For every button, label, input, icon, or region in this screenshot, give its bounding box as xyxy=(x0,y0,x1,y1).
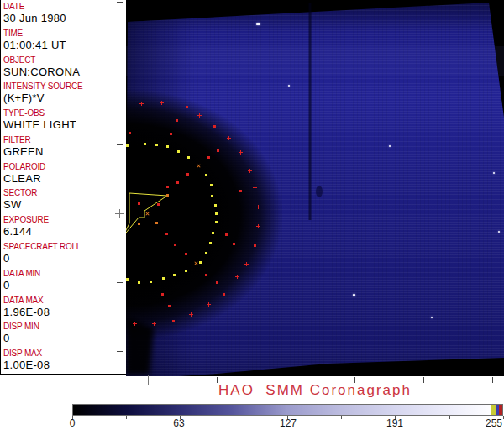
red-fiducial-cross xyxy=(133,322,137,326)
colorbar-tick xyxy=(341,416,342,419)
yellow-fiducial-dot xyxy=(162,277,165,280)
yellow-fiducial-dot xyxy=(199,261,202,264)
left-axis-tick xyxy=(117,282,123,283)
yellow-fiducial-dot xyxy=(155,144,158,146)
red-fiducial-cross xyxy=(235,275,239,279)
field-value: 1.00E-08 xyxy=(3,359,126,372)
colorbar-tick xyxy=(126,416,127,419)
yellow-fiducial-dot xyxy=(210,184,213,186)
red-fiducial-dot xyxy=(166,186,169,188)
field-value: 30 Jun 1980 xyxy=(3,12,126,25)
red-fiducial-dot xyxy=(186,106,188,108)
field-value: (K+F)*V xyxy=(3,92,126,105)
field-value: 0 xyxy=(3,279,126,292)
star-point xyxy=(288,85,290,87)
star-point xyxy=(498,231,500,233)
orange-fiducial-x xyxy=(196,163,202,169)
yellow-fiducial-dot xyxy=(215,212,218,215)
field-label: DISP MAX xyxy=(3,349,126,359)
metadata-field-date: DATE 30 Jun 1980 xyxy=(1,0,126,27)
metadata-field-type-obs: TYPE-OBS WHITE LIGHT xyxy=(1,107,126,134)
red-fiducial-cross xyxy=(207,302,211,307)
field-value: WHITE LIGHT xyxy=(3,118,126,132)
star-point xyxy=(389,145,391,147)
red-fiducial-dot xyxy=(239,190,242,192)
red-fiducial-cross xyxy=(239,150,243,155)
metadata-field-sector: SECTOR SW xyxy=(1,186,126,213)
metadata-field-disp-min: DISP MIN 0 xyxy=(1,320,126,347)
metadata-field-time: TIME 01:00:41 UT xyxy=(1,27,126,54)
field-label: DISP MIN xyxy=(3,322,126,332)
field-label: SPACECRAFT ROLL xyxy=(3,242,126,252)
metadata-sidebar: DATE 30 Jun 1980 TIME 01:00:41 UT OBJECT… xyxy=(0,0,126,375)
metadata-field-polaroid: POLAROID CLEAR xyxy=(1,160,126,187)
yellow-fiducial-dot xyxy=(209,242,212,244)
field-value: 6.144 xyxy=(3,225,126,239)
red-fiducial-dot xyxy=(185,253,187,255)
red-fiducial-dot xyxy=(233,243,235,245)
red-fiducial-dot xyxy=(205,274,207,276)
star-point xyxy=(431,317,433,318)
yellow-fiducial-dot xyxy=(144,143,146,145)
field-value: GREEN xyxy=(3,145,126,159)
orange-fiducial-dot xyxy=(166,194,169,197)
orange-fiducial-dot xyxy=(138,223,140,225)
page-title: HAO SMM Coronagraph xyxy=(126,382,504,399)
red-fiducial-cross xyxy=(160,101,164,105)
yellow-fiducial-dot xyxy=(126,278,129,281)
red-fiducial-dot xyxy=(223,293,225,296)
star-point xyxy=(256,23,260,25)
star-point xyxy=(353,294,355,296)
fiducial-marker-layer xyxy=(126,0,504,376)
red-fiducial-dot xyxy=(186,173,189,176)
red-fiducial-cross xyxy=(256,205,260,209)
field-value: CLEAR xyxy=(3,172,126,186)
field-label: SECTOR xyxy=(3,188,126,198)
yellow-fiducial-dot xyxy=(205,252,207,254)
yellow-fiducial-dot xyxy=(138,281,140,284)
orange-fiducial-x xyxy=(193,260,199,266)
red-fiducial-dot xyxy=(172,320,175,322)
left-axis-tick xyxy=(117,351,123,352)
yellow-fiducial-dot xyxy=(185,270,187,272)
yellow-fiducial-dot xyxy=(150,281,152,283)
field-label: EXPOSURE xyxy=(3,215,126,225)
red-fiducial-dot xyxy=(165,233,168,235)
field-value: 01:00:41 UT xyxy=(3,39,126,52)
metadata-field-spacecraft-roll: SPACECRAFT ROLL 0 xyxy=(1,240,126,267)
yellow-fiducial-dot xyxy=(166,145,169,148)
yellow-fiducial-dot xyxy=(187,156,190,159)
field-value: 0 xyxy=(3,332,126,345)
left-axis-tick xyxy=(117,2,123,3)
yellow-fiducial-dot xyxy=(211,195,213,197)
orange-fiducial-x xyxy=(144,211,150,217)
yellow-fiducial-dot xyxy=(126,144,129,147)
orange-fiducial-dot xyxy=(155,222,158,224)
metadata-field-data-max: DATA MAX 1.96E-08 xyxy=(1,294,126,321)
field-label: OBJECT xyxy=(3,55,126,66)
red-fiducial-cross xyxy=(227,136,231,140)
red-fiducial-dot xyxy=(168,305,171,307)
colorbar-label-127: 127 xyxy=(280,417,297,429)
colorbar-label-191: 191 xyxy=(386,417,403,429)
colorbar-tick xyxy=(234,416,234,419)
red-fiducial-cross xyxy=(197,113,202,118)
metadata-field-exposure: EXPOSURE 6.144 xyxy=(1,213,126,240)
intensity-colorbar xyxy=(72,404,503,416)
red-fiducial-dot xyxy=(129,132,131,134)
star-point xyxy=(493,172,495,174)
red-fiducial-cross xyxy=(139,102,144,106)
red-fiducial-cross xyxy=(256,224,260,228)
coronagraph-viewer: DATE 30 Jun 1980 TIME 01:00:41 UT OBJECT… xyxy=(0,0,504,430)
red-fiducial-dot xyxy=(213,125,216,128)
red-fiducial-dot xyxy=(176,181,179,184)
red-fiducial-dot xyxy=(216,281,218,284)
yellow-fiducial-dot xyxy=(215,221,218,223)
red-fiducial-cross xyxy=(152,322,156,326)
red-fiducial-dot xyxy=(207,156,210,159)
metadata-field-filter: FILTER GREEN xyxy=(1,134,126,160)
field-value: 0 xyxy=(3,252,126,265)
metadata-field-object: OBJECT SUN:CORONA xyxy=(1,54,126,81)
field-label: FILTER xyxy=(3,135,126,145)
yellow-fiducial-dot xyxy=(214,204,217,207)
